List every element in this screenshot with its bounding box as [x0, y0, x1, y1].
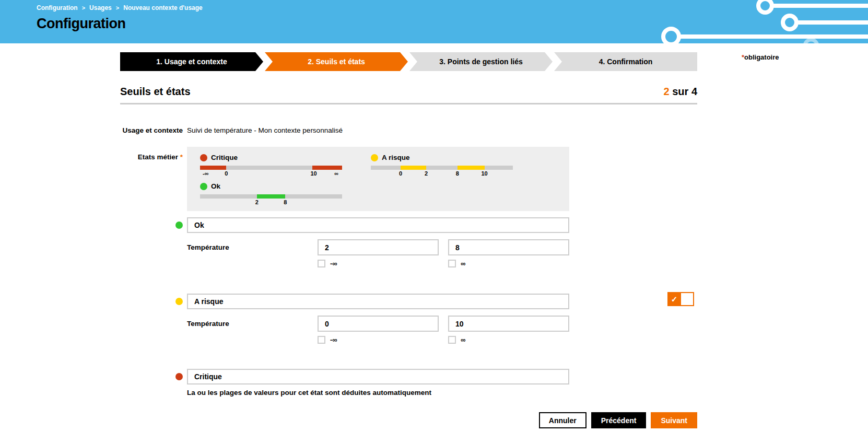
next-button[interactable]: Suivant [651, 412, 697, 428]
usage-context-value: Suivi de température - Mon contexte pers… [187, 126, 343, 134]
progress-total: sur 4 [670, 86, 697, 97]
step-usage-et-contexte[interactable]: 1. Usage et contexte [120, 52, 263, 71]
a-risque-min-temperature-input[interactable] [318, 316, 439, 332]
state-form-critique: La ou les plages de valeurs pour cet éta… [120, 369, 697, 397]
ok-temperature-label: Température [187, 239, 318, 255]
ok-max-temperature-input[interactable] [448, 239, 569, 255]
business-states-label: Etats métier * [120, 147, 187, 211]
step-confirmation[interactable]: 4. Confirmation [554, 52, 697, 71]
a-risque-state-dot [175, 298, 183, 305]
cancel-button[interactable]: Annuler [539, 412, 587, 428]
breadcrumb-usages[interactable]: Usages [89, 4, 112, 11]
a-risque-state-name: A risque [382, 154, 410, 161]
wizard-stepper: 1. Usage et contexte 2. Seuils et états … [120, 52, 697, 71]
a-risque-negative-infinity-checkbox[interactable] [318, 336, 325, 344]
breadcrumb-configuration[interactable]: Configuration [37, 4, 78, 11]
progress-current: 2 [664, 86, 670, 97]
critique-state-dot [200, 154, 207, 161]
step-points-de-gestion[interactable]: 3. Points de gestion liés [409, 52, 553, 71]
circuit-decoration-graphic [653, 0, 868, 43]
ok-state-name: Ok [211, 182, 220, 190]
usage-context-label: Usage et contexte [120, 126, 187, 134]
a-risque-temperature-label: Température [187, 316, 318, 332]
critique-state-dot [175, 373, 183, 380]
page-title: Configuration [37, 16, 125, 32]
usage-context-row: Usage et contexte Suivi de température -… [120, 126, 697, 134]
positive-infinity-label: ∞ [461, 260, 465, 267]
required-asterisk: * [180, 153, 183, 161]
breadcrumb-nouveau-contexte[interactable]: Nouveau contexte d'usage [123, 4, 203, 11]
ok-negative-infinity-checkbox[interactable] [318, 260, 325, 267]
step-progress-indicator: 2 sur 4 [664, 86, 697, 98]
previous-button[interactable]: Précédent [591, 412, 647, 428]
state-preview-critique: Critique -∞010∞ [200, 154, 371, 177]
critique-range-bar: -∞010∞ [200, 166, 342, 177]
critique-name-input[interactable] [187, 369, 569, 384]
a-risque-range-bar: 02810 [371, 166, 513, 177]
page-header: Configuration > Usages > Nouveau context… [0, 0, 868, 43]
breadcrumb-separator-icon: > [82, 5, 85, 11]
ok-state-dot [175, 222, 183, 229]
state-preview-a-risque: A risque 02810 [371, 154, 556, 177]
step-seuils-et-etats[interactable]: 2. Seuils et états [265, 52, 408, 71]
section-title: Seuils et états [120, 86, 191, 98]
section-header: Seuils et états 2 sur 4 [120, 86, 697, 104]
ok-positive-infinity-checkbox[interactable] [448, 260, 456, 267]
auto-deduced-ranges-note: La ou les plages de valeurs pour cet éta… [187, 389, 697, 397]
a-risque-positive-infinity-checkbox[interactable] [448, 336, 456, 344]
a-risque-max-temperature-input[interactable] [448, 316, 569, 332]
toggle-check-icon: ✓ [667, 292, 681, 306]
ok-range-bar: 28 [200, 194, 342, 206]
a-risque-name-input[interactable] [187, 294, 569, 309]
toggle-off-segment [681, 292, 694, 306]
breadcrumb-separator-icon: > [116, 5, 119, 11]
negative-infinity-label: -∞ [330, 336, 337, 344]
business-states-row: Etats métier * Critique -∞010∞ A risque … [120, 147, 697, 211]
state-preview-ok: Ok 28 [200, 182, 371, 206]
state-form-a-risque: ✓ Température -∞ ∞ [120, 294, 697, 344]
ok-min-temperature-input[interactable] [318, 239, 439, 255]
wizard-actions: Annuler Précédent Suivant [120, 412, 697, 428]
states-preview-panel: Critique -∞010∞ A risque 02810 Ok 28 [187, 147, 569, 211]
a-risque-enabled-toggle[interactable]: ✓ [667, 292, 694, 306]
ok-name-input[interactable] [187, 217, 569, 233]
required-field-legend: *obligatoire [742, 53, 779, 61]
negative-infinity-label: -∞ [330, 260, 337, 267]
a-risque-state-dot [371, 154, 378, 161]
breadcrumb: Configuration > Usages > Nouveau context… [37, 4, 203, 11]
ok-state-dot [200, 183, 207, 190]
state-form-ok: Température -∞ ∞ [120, 217, 697, 267]
critique-state-name: Critique [211, 154, 238, 161]
positive-infinity-label: ∞ [461, 336, 465, 344]
